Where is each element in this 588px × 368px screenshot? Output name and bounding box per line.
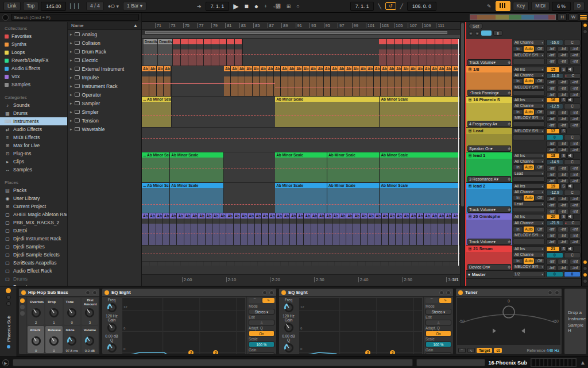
- save-preset-icon[interactable]: [555, 290, 559, 295]
- clip[interactable]: ... Ab Minor Scal: [142, 152, 170, 182]
- send-value[interactable]: -inf: [546, 265, 557, 271]
- knob-icon[interactable]: [106, 342, 118, 354]
- mini-clip[interactable]: [227, 39, 234, 66]
- adaptq-toggle[interactable]: On: [249, 331, 274, 336]
- knob-icon[interactable]: [48, 335, 60, 348]
- mini-clip[interactable]: Ab M: [331, 66, 338, 96]
- filter-point[interactable]: 2: [188, 350, 194, 355]
- output-chooser[interactable]: MELODY SYI▾: [513, 116, 545, 121]
- midi-map-button[interactable]: MIDI: [531, 2, 550, 10]
- monitor-in-button[interactable]: In: [513, 164, 523, 170]
- add-automation-lane-button[interactable]: ⊕: [508, 60, 511, 65]
- speaker-icon[interactable]: [567, 214, 574, 220]
- device-list-item[interactable]: ▸Operator: [68, 90, 141, 99]
- track-lane[interactable]: ... Ab Minor ScalAb Minor ScaleAb Minor …: [142, 97, 460, 128]
- track-number-activator[interactable]: 20: [546, 214, 560, 220]
- audition-icon[interactable]: ⌒: [249, 298, 261, 303]
- mini-clip[interactable]: Ab M: [424, 66, 431, 96]
- expand-triangle-icon[interactable]: ▸: [70, 84, 72, 89]
- send-value[interactable]: -inf: [546, 172, 557, 178]
- mini-clip[interactable]: Ab M: [374, 66, 381, 96]
- speaker-icon[interactable]: [567, 67, 574, 72]
- mini-clip[interactable]: Ab M: [276, 213, 283, 245]
- send-value[interactable]: -inf: [546, 239, 557, 245]
- sidebar-item-collection[interactable]: Samples: [0, 80, 67, 89]
- send-value[interactable]: -inf: [546, 196, 557, 202]
- arrangement-position[interactable]: 7. 1. 1: [206, 2, 230, 11]
- mini-clip[interactable]: Ab M: [395, 66, 402, 96]
- automation-param-chooser[interactable]: 4 Frequency A▾: [467, 121, 511, 127]
- mini-clip[interactable]: [395, 39, 403, 66]
- output-chooser[interactable]: MELODY SYI▾: [513, 264, 545, 270]
- add-automation-lane-button[interactable]: ⊕: [508, 208, 511, 212]
- groove-icon[interactable]: ●O ▾: [106, 3, 121, 10]
- target-toggle[interactable]: Target: [477, 348, 492, 353]
- device-list-item[interactable]: ▸Collision: [68, 39, 141, 47]
- automation-param-chooser[interactable]: Speaker On▾: [467, 145, 511, 152]
- device-list-item[interactable]: ▸External Instrument: [68, 64, 141, 73]
- device-list-item[interactable]: ▸Instrument Rack: [68, 82, 141, 90]
- mini-clip[interactable]: Ab M: [219, 213, 226, 245]
- send-value[interactable]: -inf: [558, 141, 568, 147]
- device-on-led[interactable]: [281, 290, 286, 295]
- empty-chooser[interactable]: [513, 121, 545, 126]
- clip[interactable]: Ab MAb MAb MAb MAb MAb MAb MAb MAb MAb M…: [142, 213, 460, 245]
- device-list-item[interactable]: ▸Wavetable: [68, 125, 141, 133]
- send-value[interactable]: -inf: [546, 52, 557, 58]
- filter-point[interactable]: 3: [213, 350, 218, 355]
- output-gain-value[interactable]: 0.00 dB: [249, 352, 274, 355]
- filter-point[interactable]: 2: [365, 350, 370, 355]
- mini-clip[interactable]: [443, 39, 451, 66]
- play-button[interactable]: ▶: [231, 2, 240, 11]
- clip[interactable]: Ab Minor Scale: [327, 152, 380, 182]
- mini-clip[interactable]: [204, 39, 211, 66]
- output-chooser[interactable]: Lead▾: [513, 171, 545, 176]
- automation-param-chooser[interactable]: Track Volume▾: [467, 59, 511, 66]
- height-zoom-button[interactable]: H: [558, 13, 566, 21]
- expand-triangle-icon[interactable]: ▸: [70, 49, 72, 54]
- track-volume-value[interactable]: 0: [546, 252, 563, 258]
- monitor-auto-button[interactable]: Auto: [524, 258, 534, 264]
- knob-icon[interactable]: [30, 335, 42, 348]
- add-marker-icon[interactable]: +: [469, 31, 473, 36]
- sidebar-item-place[interactable]: ◉User Library: [0, 194, 67, 202]
- input-chooser[interactable]: All Ins▾: [513, 67, 545, 72]
- input-chooser[interactable]: All Ins▾: [513, 214, 545, 220]
- monitor-off-button[interactable]: Off: [535, 46, 545, 52]
- track-number-activator[interactable]: 17: [546, 128, 560, 134]
- fold-icon[interactable]: ▾: [468, 98, 472, 102]
- master-track-row[interactable]: ▾Master1/2▾00: [466, 271, 581, 279]
- clip[interactable]: [379, 39, 460, 66]
- macro-knob[interactable]: Drop1: [45, 298, 62, 325]
- add-automation-lane-button[interactable]: ⊕: [508, 177, 511, 182]
- solo-button[interactable]: S: [560, 183, 567, 189]
- delay-section-toggle[interactable]: [583, 266, 587, 271]
- device-list-item[interactable]: ▸Tension: [68, 116, 141, 125]
- mini-clip[interactable]: Ab M: [226, 213, 233, 245]
- channel-chooser[interactable]: All Channe▾: [513, 189, 545, 194]
- sidebar-item-place[interactable]: ▢SeriBeats Acapellas: [0, 259, 67, 267]
- device-activator-led[interactable]: [6, 288, 11, 293]
- key-map-button[interactable]: Key: [513, 2, 529, 10]
- panel-track-row[interactable]: ▾20 OmnispheTrack Volume▾⊕All Ins▾All Ch…: [466, 213, 581, 246]
- capture-midi-icon[interactable]: ○: [295, 3, 301, 10]
- add-automation-lane-button[interactable]: ⊕: [508, 91, 511, 95]
- send-value[interactable]: -inf: [546, 86, 557, 91]
- punch-out-icon[interactable]: ╱: [399, 3, 405, 10]
- track-number-activator[interactable]: 19: [546, 183, 560, 189]
- mini-clip[interactable]: Ab M: [346, 213, 353, 245]
- mini-clip[interactable]: Ab M: [431, 213, 438, 245]
- link-button[interactable]: Link: [3, 2, 21, 10]
- solo-button[interactable]: S: [560, 246, 567, 252]
- send-value[interactable]: -inf: [570, 233, 581, 239]
- fold-icon[interactable]: ▾: [468, 272, 470, 277]
- fold-icon[interactable]: ▾: [468, 129, 472, 133]
- mini-clip[interactable]: [181, 39, 188, 66]
- width-zoom-button[interactable]: W: [568, 13, 578, 21]
- mini-clip[interactable]: Ab M: [253, 66, 260, 96]
- filter-point[interactable]: 3: [390, 350, 395, 355]
- send-value[interactable]: -inf: [546, 227, 557, 232]
- send-value[interactable]: -inf: [570, 265, 581, 271]
- knob-icon[interactable]: [283, 302, 295, 314]
- panel-track-row[interactable]: Track Volume▾⊕All Channe▾InAutoOffMELODY…: [466, 39, 581, 66]
